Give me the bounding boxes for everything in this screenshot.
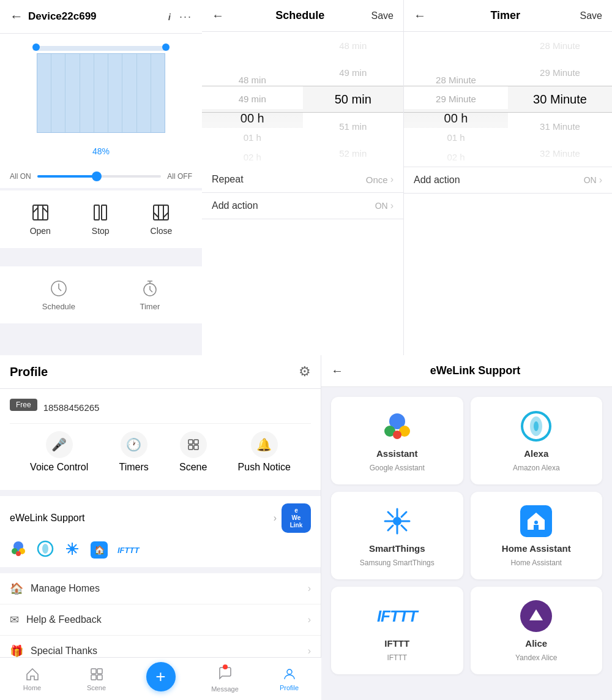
timer-button[interactable]: Timer — [140, 279, 160, 311]
timer-minutes-column[interactable]: 28 Minute 29 Minute 30 Minute 31 Minute … — [508, 32, 612, 167]
info-icon[interactable]: i — [168, 12, 171, 22]
schedule-label: Schedule — [42, 302, 75, 311]
minute-item[interactable]: 51 min — [303, 113, 404, 140]
manage-homes-item[interactable]: 🏠 Manage Homes › — [0, 573, 321, 604]
support-row: eWeLink Support › eWeLink — [10, 503, 311, 533]
minute-item[interactable]: 52 min — [303, 140, 404, 167]
profile-nav-icon — [282, 667, 297, 682]
nav-profile-label: Profile — [280, 684, 299, 691]
timer-minute-item[interactable]: 28 Minute — [508, 32, 612, 59]
timer-minute-item[interactable]: 29 Minute — [508, 59, 612, 86]
google-assistant-svg — [381, 410, 413, 442]
st-mini-logo[interactable] — [64, 540, 81, 560]
timer-back-icon[interactable]: ← — [414, 9, 426, 23]
manage-homes-icon: 🏠 — [10, 582, 23, 595]
open-button[interactable]: Open — [30, 203, 51, 236]
timer-minute-item[interactable]: 32 Minute — [508, 140, 612, 167]
timer-hour-item[interactable] — [404, 51, 508, 70]
special-thanks-chevron-icon: › — [308, 645, 311, 657]
hour-item[interactable]: 48 min — [202, 70, 303, 89]
ha-mini-logo[interactable]: 🏠 — [91, 541, 108, 559]
device-back-icon[interactable]: ← — [10, 9, 23, 24]
schedule-save-button[interactable]: Save — [371, 10, 394, 21]
nav-add[interactable]: + — [129, 658, 193, 700]
home-nav-icon — [25, 667, 40, 682]
google-assistant-card[interactable]: Assistant Google Assistant — [331, 397, 463, 484]
hour-item[interactable]: 01 h — [202, 128, 303, 147]
minute-item[interactable]: 48 min — [303, 32, 404, 59]
repeat-label: Repeat — [212, 174, 366, 185]
nav-message[interactable]: Message — [193, 658, 257, 700]
hour-selected[interactable]: 00 h — [202, 109, 303, 128]
schedule-time-picker[interactable]: 48 min 49 min 00 h 01 h 02 h 48 min 49 m… — [202, 32, 403, 167]
smartthings-card[interactable]: SmartThings Samsung SmartThings — [331, 492, 463, 579]
svg-rect-18 — [188, 445, 193, 450]
schedule-back-icon[interactable]: ← — [212, 9, 224, 23]
timer-time-picker[interactable]: 28 Minute 29 Minute 00 h 01 h 02 h 28 Mi… — [404, 32, 612, 167]
alice-card[interactable]: Alice Yandex Alice — [471, 587, 603, 674]
svg-rect-17 — [194, 440, 198, 444]
svg-rect-35 — [91, 669, 96, 674]
message-badge — [223, 664, 228, 669]
voice-control-action[interactable]: 🎤 Voice Control — [30, 431, 88, 473]
support-back-icon[interactable]: ← — [331, 364, 343, 378]
svg-rect-19 — [194, 445, 198, 450]
hour-item[interactable]: 02 h — [202, 148, 303, 167]
scene-action[interactable]: Scene — [179, 431, 207, 473]
nav-scene[interactable]: Scene — [64, 658, 129, 700]
add-action-row[interactable]: Add action ON › — [202, 193, 403, 219]
schedule-icon — [49, 279, 69, 298]
nav-home[interactable]: Home — [0, 658, 64, 700]
hours-column[interactable]: 48 min 49 min 00 h 01 h 02 h — [202, 32, 303, 167]
help-feedback-item[interactable]: ✉ Help & Feedback › — [0, 604, 321, 636]
more-icon[interactable]: ··· — [179, 10, 192, 23]
timer-minute-item[interactable]: 31 Minute — [508, 113, 612, 140]
timer-minute-selected[interactable]: 30 Minute — [508, 86, 612, 113]
ewelink-support-icon: eWeLink — [282, 503, 311, 533]
ifttt-sub: IFTTT — [387, 653, 407, 662]
hour-item[interactable]: 49 min — [202, 89, 303, 108]
ga-mini-logo[interactable] — [10, 540, 27, 560]
home-assistant-card[interactable]: Home Assistant Home Assistant — [471, 492, 603, 579]
minute-selected[interactable]: 50 min — [303, 86, 404, 113]
svg-line-33 — [74, 544, 76, 547]
svg-rect-38 — [97, 675, 102, 680]
timer-add-action-row[interactable]: Add action ON › — [404, 167, 612, 194]
timer-hour-selected[interactable]: 00 h — [404, 109, 508, 128]
ifttt-mini-logo[interactable]: IFTTT — [118, 544, 139, 555]
timer-hour-item[interactable]: 01 h — [404, 128, 508, 147]
timer-save-button[interactable]: Save — [580, 10, 602, 21]
timers-action[interactable]: 🕐 Timers — [119, 431, 149, 473]
alexa-mini-logo[interactable] — [37, 540, 54, 560]
minutes-column[interactable]: 48 min 49 min 50 min 51 min 52 min — [303, 32, 404, 167]
alexa-sub: Amazon Alexa — [513, 464, 560, 472]
timer-hour-item[interactable]: 02 h — [404, 148, 508, 167]
svg-point-26 — [70, 546, 75, 551]
alexa-card[interactable]: Alexa Amazon Alexa — [471, 397, 603, 484]
add-button[interactable]: + — [146, 662, 176, 691]
ifttt-card[interactable]: IFTTT IFTTT IFTTT — [331, 587, 463, 674]
slider-thumb[interactable] — [92, 171, 102, 181]
alice-name: Alice — [525, 638, 547, 649]
smartthings-sub: Samsung SmartThings — [360, 559, 435, 567]
nav-profile[interactable]: Profile — [257, 658, 321, 700]
timer-hours-column[interactable]: 28 Minute 29 Minute 00 h 01 h 02 h — [404, 32, 508, 167]
hour-item[interactable] — [202, 51, 303, 70]
minute-item[interactable]: 49 min — [303, 59, 404, 86]
stop-button[interactable]: Stop — [91, 203, 110, 236]
timer-hour-item[interactable]: 28 Minute — [404, 70, 508, 89]
close-button[interactable]: Close — [151, 203, 173, 236]
push-notice-label: Push Notice — [238, 462, 291, 473]
gear-icon[interactable]: ⚙ — [299, 364, 311, 380]
timer-hour-item[interactable] — [404, 32, 508, 51]
repeat-row[interactable]: Repeat Once › — [202, 167, 403, 193]
push-notice-action[interactable]: 🔔 Push Notice — [238, 431, 291, 473]
timer-icon — [140, 279, 160, 298]
slider-track[interactable] — [37, 175, 162, 178]
schedule-button[interactable]: Schedule — [42, 279, 75, 311]
hour-item[interactable] — [202, 32, 303, 51]
support-chevron-icon[interactable]: › — [274, 513, 277, 524]
timer-hour-item[interactable]: 29 Minute — [404, 89, 508, 108]
all-off-label: All OFF — [167, 172, 192, 181]
timer-add-action-chevron-icon: › — [599, 175, 602, 186]
